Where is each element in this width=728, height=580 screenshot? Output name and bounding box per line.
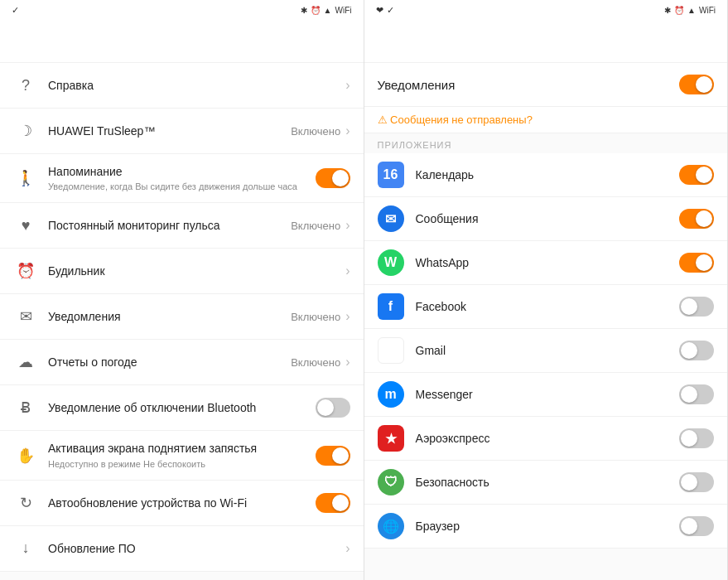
facebook-toggle[interactable]: [679, 297, 714, 317]
autoupdate-title: Автообновление устройства по Wi-Fi: [48, 495, 309, 510]
right-content: Уведомления⚠ Сообщения не отправлены?ПРИ…: [364, 63, 728, 580]
browser-name: Браузер: [416, 520, 680, 533]
check-icon-left: ✓: [12, 5, 19, 16]
weather-icon: ☁: [13, 350, 38, 375]
notifications-top-label: Уведомления: [378, 78, 456, 92]
status-icons-right: ✱ ⏰ ▲ WiFi: [664, 6, 719, 15]
status-icons-left: ✱ ⏰ ▲ WiFi: [301, 6, 355, 15]
heartrate-value: Включено: [291, 220, 340, 232]
alarm-title: Будильник: [48, 263, 339, 278]
calendar-name: Календарь: [416, 168, 680, 181]
gmail-name: Gmail: [416, 344, 680, 357]
app-item-messages[interactable]: ✉Сообщения: [364, 197, 728, 241]
right-status-bar: ❤ ✓ ✱ ⏰ ▲ WiFi: [364, 0, 728, 20]
help-icon: ?: [13, 73, 38, 98]
notifications-icon: ✉: [13, 304, 38, 329]
app-item-facebook[interactable]: fFacebook: [364, 285, 728, 329]
left-panel: ✓ ✱ ⏰ ▲ WiFi ?Справка›☽HUAWEI TruSleep™В…: [0, 0, 364, 580]
alarm-status-icon-r: ⏰: [674, 6, 684, 15]
notifications-title: Уведомления: [48, 309, 284, 324]
heartrate-icon: ♥: [13, 213, 38, 238]
facebook-icon: f: [378, 293, 404, 320]
setting-item-firmware[interactable]: ↓Обновление ПО›: [0, 526, 364, 572]
messages-icon: ✉: [378, 205, 404, 232]
bluetooth-icon: Ƀ: [13, 395, 38, 420]
weather-chevron-icon: ›: [345, 355, 350, 370]
alarm-chevron-icon: ›: [345, 263, 350, 278]
weather-title: Отчеты о погоде: [48, 355, 284, 370]
autoupdate-icon: ↻: [13, 491, 38, 515]
right-header: [364, 20, 728, 63]
gmail-toggle[interactable]: [679, 341, 714, 360]
app-item-gmail[interactable]: MGmail: [364, 329, 728, 373]
wrist-icon: ✋: [13, 443, 38, 468]
setting-item-autoupdate[interactable]: ↻Автообновление устройства по Wi-Fi: [0, 481, 364, 526]
autoupdate-toggle[interactable]: [316, 493, 350, 513]
setting-item-bluetooth[interactable]: ɃУведомление об отключении Bluetooth: [0, 385, 364, 431]
setting-item-wrist[interactable]: ✋Активация экрана поднятием запястьяНедо…: [0, 431, 364, 480]
reminder-title: Напоминание: [48, 164, 309, 179]
wifi-icon: WiFi: [335, 6, 352, 15]
alarm-status-icon: ⏰: [311, 6, 321, 15]
bluetooth-toggle[interactable]: [316, 398, 350, 418]
trusleep-icon: ☽: [13, 118, 38, 143]
wrist-subtitle: Недоступно в режиме Не беспокоить: [48, 458, 309, 470]
left-content: ?Справка›☽HUAWEI TruSleep™Включено›🚶Напо…: [0, 63, 364, 580]
status-time-right: ❤ ✓: [373, 5, 394, 16]
aeroexpress-name: Аэроэкспресс: [416, 432, 680, 445]
notifications-chevron-icon: ›: [345, 309, 350, 324]
gmail-icon: M: [378, 337, 404, 364]
setting-item-alarm[interactable]: ⏰Будильник›: [0, 249, 364, 294]
browser-icon: 🌐: [378, 513, 404, 539]
help-title: Справка: [48, 78, 339, 93]
firmware-chevron-icon: ›: [345, 541, 350, 556]
setting-item-notifications[interactable]: ✉УведомленияВключено›: [0, 294, 364, 340]
whatsapp-icon: W: [378, 249, 404, 276]
facebook-name: Facebook: [416, 300, 680, 313]
bt-icon-r: ✱: [664, 6, 671, 15]
whatsapp-toggle[interactable]: [679, 253, 714, 273]
wrist-toggle[interactable]: [316, 446, 350, 466]
messenger-name: Messenger: [416, 388, 680, 401]
browser-toggle[interactable]: [679, 516, 714, 536]
messages-toggle[interactable]: [679, 209, 714, 229]
reminder-toggle[interactable]: [316, 168, 350, 188]
aeroexpress-toggle[interactable]: [679, 428, 714, 448]
check-icon-right: ❤: [376, 5, 383, 16]
calendar-toggle[interactable]: [679, 165, 714, 185]
notifications-main-toggle[interactable]: [679, 75, 714, 94]
app-item-security[interactable]: 🛡Безопасность: [364, 461, 728, 505]
app-item-browser[interactable]: 🌐Браузер: [364, 505, 728, 549]
signal-icon: ▲: [324, 6, 332, 15]
setting-item-weather[interactable]: ☁Отчеты о погодеВключено›: [0, 340, 364, 385]
trusleep-value: Включено: [291, 125, 340, 138]
whatsapp-name: WhatsApp: [416, 256, 680, 269]
signal-icon-r: ▲: [687, 6, 696, 15]
setting-item-trusleep[interactable]: ☽HUAWEI TruSleep™Включено›: [0, 109, 364, 154]
app-item-messenger[interactable]: mMessenger: [364, 373, 728, 417]
heartrate-title: Постоянный мониторинг пульса: [48, 218, 284, 233]
security-icon: 🛡: [378, 469, 404, 495]
bt-icon: ✱: [301, 6, 307, 15]
trusleep-chevron-icon: ›: [345, 123, 350, 138]
setting-item-help[interactable]: ?Справка›: [0, 63, 364, 109]
firmware-title: Обновление ПО: [48, 541, 339, 556]
app-item-aeroexpress[interactable]: ★Аэроэкспресс: [364, 417, 728, 461]
setting-item-reminder[interactable]: 🚶НапоминаниеУведомление, когда Вы сидите…: [0, 154, 364, 203]
app-item-calendar[interactable]: 16Календарь: [364, 153, 728, 197]
firmware-icon: ↓: [13, 536, 38, 561]
aeroexpress-icon: ★: [378, 425, 404, 452]
messenger-toggle[interactable]: [679, 384, 714, 404]
warning-message[interactable]: ⚠ Сообщения не отправлены?: [364, 107, 728, 133]
app-item-whatsapp[interactable]: WWhatsApp: [364, 241, 728, 285]
apps-section-header: ПРИЛОЖЕНИЯ: [364, 133, 728, 153]
wifi-icon-r: WiFi: [699, 6, 716, 15]
status-time-left: ✓: [8, 5, 19, 16]
security-toggle[interactable]: [679, 472, 714, 492]
bluetooth-title: Уведомление об отключении Bluetooth: [48, 400, 309, 415]
weather-value: Включено: [291, 356, 340, 369]
reminder-icon: 🚶: [13, 166, 38, 191]
setting-item-heartrate[interactable]: ♥Постоянный мониторинг пульсаВключено›: [0, 203, 364, 249]
heartrate-chevron-icon: ›: [345, 218, 350, 233]
notifications-top-row: Уведомления: [364, 63, 728, 107]
